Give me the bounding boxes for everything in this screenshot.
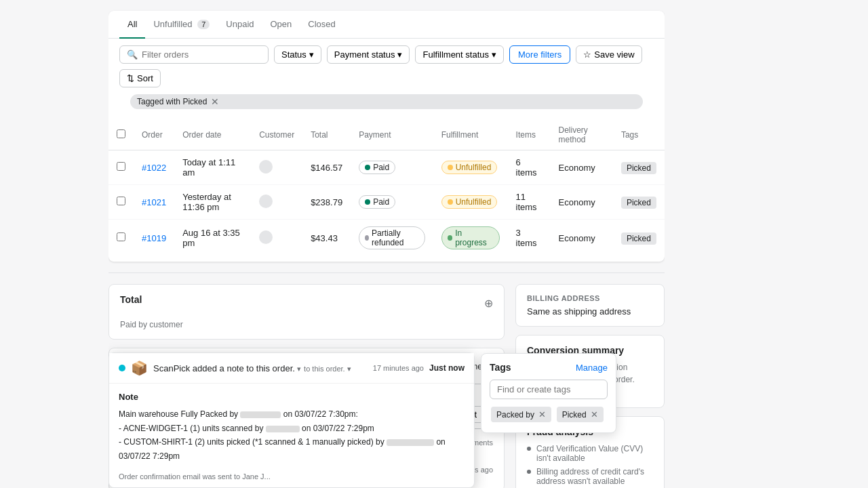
sort-button[interactable]: ⇅ Sort xyxy=(119,69,161,87)
order-link[interactable]: #1022 xyxy=(142,163,166,173)
active-filters-area: Tagged with Picked ✕ xyxy=(108,94,665,120)
col-payment: Payment xyxy=(351,120,433,150)
select-all-checkbox[interactable] xyxy=(117,129,125,138)
tags-popover: Tags Manage Packed by ✕ Picked ✕ xyxy=(481,353,616,433)
note-body: Note Main warehouse Fully Packed by on 0… xyxy=(109,384,474,471)
col-customer: Customer xyxy=(251,120,302,150)
expand-icon[interactable]: ⊕ xyxy=(484,297,493,310)
tag-cell: Picked xyxy=(613,150,665,185)
customer-cell xyxy=(251,220,302,257)
payment-status-filter-button[interactable]: Payment status ▾ xyxy=(327,45,410,64)
table-row: #1021 Yesterday at 11:36 pm $238.79 Paid… xyxy=(108,185,665,220)
col-order: Order xyxy=(134,120,174,150)
order-link[interactable]: #1021 xyxy=(142,197,166,207)
row-checkbox[interactable] xyxy=(117,232,125,241)
note-content: Main warehouse Fully Packed by on 03/07/… xyxy=(119,407,465,463)
table-row: #1022 Today at 1:11 am $146.57 Paid Unfu… xyxy=(108,150,665,185)
customer-cell xyxy=(251,185,302,220)
fulfillment-status-filter-button[interactable]: Fulfillment status ▾ xyxy=(415,45,504,64)
note-just-now: Just now xyxy=(429,363,465,373)
more-filters-button[interactable]: More filters xyxy=(509,45,570,64)
delivery-cell: Economy xyxy=(551,220,613,257)
customer-avatar xyxy=(259,160,273,174)
col-tags: Tags xyxy=(613,120,665,150)
tab-unpaid[interactable]: Unpaid xyxy=(218,11,262,39)
billing-title: BILLING ADDRESS xyxy=(527,294,653,302)
total-card: Total ⊕ Paid by customer xyxy=(108,284,505,340)
tab-closed[interactable]: Closed xyxy=(300,11,343,39)
total-cell: $43.43 xyxy=(302,220,351,257)
chevron-down-icon: ▾ xyxy=(492,49,496,60)
tags-chips-area: Packed by ✕ Picked ✕ xyxy=(490,405,608,424)
col-total: Total xyxy=(302,120,351,150)
dropdown-arrow[interactable]: ▾ xyxy=(297,365,301,373)
payment-cell: Partially refunded xyxy=(351,220,433,257)
customer-cell xyxy=(251,150,302,185)
col-items: Items xyxy=(508,120,551,150)
total-cell: $238.79 xyxy=(302,185,351,220)
tag-badge: Picked xyxy=(621,162,656,174)
delivery-cell: Economy xyxy=(551,185,613,220)
remove-picked-tag[interactable]: ✕ xyxy=(591,409,598,420)
tag-cell: Picked xyxy=(613,185,665,220)
tag-cell: Picked xyxy=(613,220,665,257)
delivery-cell: Economy xyxy=(551,150,613,185)
chevron-down-icon: ▾ xyxy=(309,49,314,60)
orders-table: Order Order date Customer Total Payment … xyxy=(108,120,665,256)
fulfillment-cell: In progress xyxy=(433,220,508,257)
billing-card: BILLING ADDRESS Same as shipping address xyxy=(515,284,665,327)
note-label: Note xyxy=(119,392,465,402)
tag-chip-packed-by: Packed by ✕ xyxy=(491,407,551,422)
chevron-down-icon: ▾ xyxy=(397,49,402,60)
tags-search-input[interactable] xyxy=(490,380,608,399)
timeline-dot-teal xyxy=(119,365,125,371)
order-date: Today at 1:11 am xyxy=(174,150,251,185)
tab-open[interactable]: Open xyxy=(262,11,300,39)
tags-title: Tags xyxy=(490,362,511,373)
tag-badge: Picked xyxy=(621,232,656,245)
tag-filter-chip: Tagged with Picked ✕ xyxy=(130,94,643,109)
search-box[interactable]: 🔍 xyxy=(119,45,269,64)
star-icon: ☆ xyxy=(583,49,591,60)
col-order-date: Order date xyxy=(174,120,251,150)
total-title: Total xyxy=(120,294,142,305)
search-icon: 🔍 xyxy=(127,49,138,60)
tab-unfulfilled[interactable]: Unfulfilled 7 xyxy=(145,11,218,39)
manage-tags-link[interactable]: Manage xyxy=(576,363,608,373)
items-cell: 11 items xyxy=(508,185,551,220)
tag-chip-picked: Picked ✕ xyxy=(557,407,604,422)
col-delivery: Delivery method xyxy=(551,120,613,150)
col-fulfillment: Fulfillment xyxy=(433,120,508,150)
items-cell: 3 items xyxy=(508,220,551,257)
customer-avatar xyxy=(259,195,273,208)
note-footer: Order confirmation email was sent to Jan… xyxy=(109,471,474,487)
tags-popover-header: Tags Manage xyxy=(490,362,608,373)
customer-avatar xyxy=(259,230,273,244)
fulfillment-cell: Unfulfilled xyxy=(433,150,508,185)
total-cell: $146.57 xyxy=(302,150,351,185)
status-filter-button[interactable]: Status ▾ xyxy=(274,45,321,64)
note-card: 📦 ScanPick added a note to this order. ▾… xyxy=(108,352,475,488)
note-event-text: ScanPick added a note to this order. ▾ t… xyxy=(153,363,368,373)
row-checkbox[interactable] xyxy=(117,197,125,205)
order-date: Yesterday at 11:36 pm xyxy=(174,185,251,220)
paid-by-customer: Paid by customer xyxy=(120,320,493,329)
tab-all[interactable]: All xyxy=(119,11,145,39)
payment-cell: Paid xyxy=(351,185,433,220)
search-input[interactable] xyxy=(142,49,261,60)
row-checkbox[interactable] xyxy=(117,162,125,171)
order-link[interactable]: #1019 xyxy=(142,233,166,243)
tabs-row: All Unfulfilled 7 Unpaid Open Closed xyxy=(108,11,665,39)
remove-packed-by-tag[interactable]: ✕ xyxy=(538,409,546,420)
save-view-button[interactable]: ☆ Save view xyxy=(576,45,642,64)
remove-tag-filter-button[interactable]: ✕ xyxy=(211,96,219,107)
fulfillment-cell: Unfulfilled xyxy=(433,185,508,220)
billing-value: Same as shipping address xyxy=(527,306,653,317)
tag-badge: Picked xyxy=(621,197,656,209)
filters-row: 🔍 Status ▾ Payment status ▾ Fulfillment … xyxy=(108,39,665,94)
items-cell: 6 items xyxy=(508,150,551,185)
order-date: Aug 16 at 3:35 pm xyxy=(174,220,251,257)
scan-pick-icon: 📦 xyxy=(131,360,148,376)
note-header: 📦 ScanPick added a note to this order. ▾… xyxy=(109,353,474,384)
table-row: #1019 Aug 16 at 3:35 pm $43.43 Partially… xyxy=(108,220,665,257)
